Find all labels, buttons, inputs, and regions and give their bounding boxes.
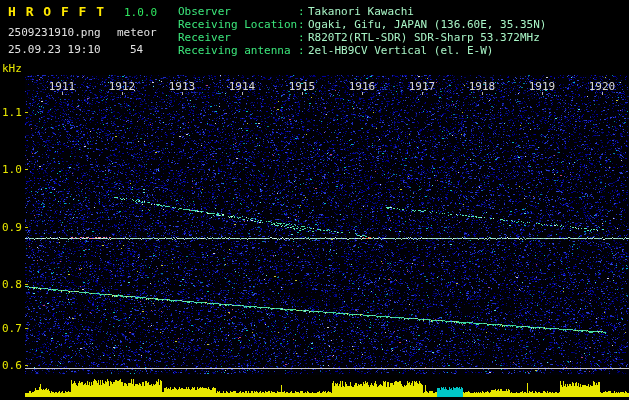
- app-title: H R O F F T: [8, 4, 105, 19]
- info-row-receiver: Receiver : R820T2(RTL-SDR) SDR-Sharp 53.…: [178, 31, 540, 44]
- info-row-observer: Observer : Takanori Kawachi: [178, 5, 414, 18]
- info-label: Receiver: [178, 31, 298, 44]
- info-row-location: Receiving Location : Ogaki, Gifu, JAPAN …: [178, 18, 546, 31]
- timestamp: 25.09.23 19:10: [8, 43, 101, 56]
- info-label: Receiving antenna: [178, 44, 298, 57]
- info-value: R820T2(RTL-SDR) SDR-Sharp 53.372MHz: [308, 31, 540, 44]
- spectrogram-canvas: [0, 0, 629, 400]
- info-separator: :: [298, 31, 308, 44]
- y-axis-unit-label: kHz: [2, 62, 22, 75]
- info-row-antenna: Receiving antenna : 2el-HB9CV Vertical (…: [178, 44, 493, 57]
- info-label: Receiving Location: [178, 18, 298, 31]
- output-filename: 2509231910.png: [8, 26, 101, 39]
- info-label: Observer: [178, 5, 298, 18]
- info-separator: :: [298, 18, 308, 31]
- info-value: Ogaki, Gifu, JAPAN (136.60E, 35.35N): [308, 18, 546, 31]
- info-value: Takanori Kawachi: [308, 5, 414, 18]
- info-value: 2el-HB9CV Vertical (el. E-W): [308, 44, 493, 57]
- info-separator: :: [298, 5, 308, 18]
- app-version: 1.0.0: [124, 6, 157, 19]
- info-separator: :: [298, 44, 308, 57]
- mode-label: meteor: [117, 26, 157, 39]
- meteor-count: 54: [130, 43, 143, 56]
- hrofft-window: H R O F F T 1.0.0 2509231910.png meteor …: [0, 0, 629, 400]
